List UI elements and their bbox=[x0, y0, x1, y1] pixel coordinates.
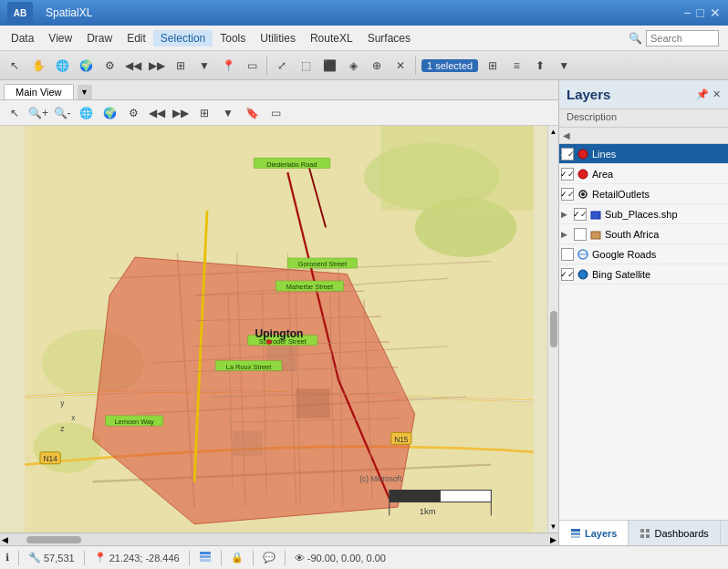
menu-utilities[interactable]: Utilities bbox=[253, 30, 303, 47]
tool-table[interactable]: ⊞ bbox=[482, 55, 504, 77]
extent-value: -90.00, 0.00, 0.00 bbox=[307, 553, 386, 564]
map-globe[interactable]: 🌐 bbox=[75, 102, 97, 124]
hscroll-left[interactable]: ◀ bbox=[2, 535, 8, 544]
minimize-button[interactable]: − bbox=[683, 5, 691, 20]
layer-check-lines[interactable]: ✓ bbox=[561, 148, 574, 160]
tool-select1[interactable]: ⬚ bbox=[295, 55, 317, 77]
svg-text:Diederlabs Road: Diederlabs Road bbox=[266, 160, 317, 169]
southafrica-expand[interactable]: ▶ bbox=[561, 230, 572, 239]
menu-data[interactable]: Data bbox=[4, 30, 41, 47]
tool-select2[interactable]: ⬛ bbox=[318, 55, 340, 77]
layers-tab[interactable]: Layers bbox=[559, 521, 629, 545]
tool-select3[interactable]: ◈ bbox=[342, 55, 364, 77]
tool-back[interactable]: ◀◀ bbox=[122, 55, 144, 77]
tool-stats[interactable]: ≡ bbox=[505, 55, 527, 77]
tool-panel[interactable]: ▭ bbox=[241, 55, 263, 77]
layer-name-subplaces: Sub_Places.shp bbox=[605, 209, 726, 220]
map-container[interactable]: 1km (c) Microsoft Diederlabs Road Gorone… bbox=[0, 126, 558, 533]
svg-rect-69 bbox=[200, 552, 211, 554]
menu-routexl[interactable]: RouteXL bbox=[303, 30, 360, 47]
svg-point-45 bbox=[266, 339, 272, 345]
layer-item-subplaces[interactable]: ▶ ✓ Sub_Places.shp bbox=[559, 204, 728, 224]
menu-selection[interactable]: Selection bbox=[153, 30, 213, 47]
maximize-button[interactable]: □ bbox=[697, 5, 704, 20]
svg-text:Upington: Upington bbox=[255, 327, 304, 340]
layer-check-googleroads[interactable] bbox=[561, 248, 574, 261]
search-input[interactable] bbox=[646, 30, 719, 47]
tool-dropdown[interactable]: ▼ bbox=[193, 55, 215, 77]
svg-rect-68 bbox=[646, 534, 650, 538]
map-next[interactable]: ▶▶ bbox=[170, 102, 192, 124]
svg-rect-58 bbox=[591, 232, 600, 239]
menu-draw[interactable]: Draw bbox=[79, 30, 120, 47]
hscroll-thumb[interactable] bbox=[26, 536, 81, 543]
svg-text:N15: N15 bbox=[394, 435, 409, 444]
svg-text:Goronerd Street: Goronerd Street bbox=[298, 260, 347, 268]
map-grid[interactable]: ⊞ bbox=[193, 102, 215, 124]
tab-close[interactable]: ▼ bbox=[78, 85, 92, 99]
layer-item-googleroads[interactable]: Google Roads bbox=[559, 244, 728, 264]
svg-text:1km: 1km bbox=[420, 507, 436, 516]
tool-hand[interactable]: ✋ bbox=[27, 55, 49, 77]
layer-check-area[interactable]: ✓ bbox=[561, 168, 574, 181]
map-style[interactable]: ▼ bbox=[217, 102, 239, 124]
layer-icon-area bbox=[576, 167, 590, 181]
zoom-icon: 🔧 bbox=[28, 552, 41, 564]
tool-forward[interactable]: ▶▶ bbox=[146, 55, 168, 77]
layer-check-subplaces[interactable]: ✓ bbox=[574, 208, 587, 221]
subplaces-expand[interactable]: ▶ bbox=[561, 210, 572, 219]
map-hscroll[interactable]: ◀ ▶ bbox=[0, 533, 558, 545]
tool-pin[interactable]: 📍 bbox=[217, 55, 239, 77]
main-view-tab[interactable]: Main View bbox=[4, 84, 74, 99]
layer-check-bingsatellite[interactable]: ✓ bbox=[561, 268, 574, 281]
close-button[interactable]: ✕ bbox=[710, 5, 721, 20]
scroll-down[interactable]: ▼ bbox=[548, 521, 558, 533]
layer-item-southafrica[interactable]: ▶ South Africa bbox=[559, 224, 728, 244]
map-panel-btn[interactable]: ▭ bbox=[265, 102, 286, 124]
menu-view[interactable]: View bbox=[41, 30, 79, 47]
svg-rect-57 bbox=[591, 212, 600, 219]
tool-clear[interactable]: ✕ bbox=[390, 55, 411, 77]
status-bar: ℹ 🔧 57,531 📍 21.243; -28.446 🔒 💬 👁 -90.0… bbox=[0, 545, 728, 569]
layers-close-icon[interactable]: ✕ bbox=[712, 88, 721, 100]
map-select-tool[interactable]: ↖ bbox=[4, 102, 26, 124]
tool-globe[interactable]: 🌐 bbox=[51, 55, 73, 77]
tool-export[interactable]: ⬆ bbox=[529, 55, 551, 77]
dashboards-tab[interactable]: Dashboards bbox=[629, 521, 720, 545]
tool-select4[interactable]: ⊕ bbox=[366, 55, 388, 77]
layers-column-header: Description bbox=[559, 109, 728, 128]
svg-rect-71 bbox=[200, 559, 211, 562]
expand-icon: ◀ bbox=[563, 130, 570, 140]
map-zoom-out[interactable]: 🔍- bbox=[51, 102, 73, 124]
title-bar: AB SpatialXL − □ ✕ bbox=[0, 0, 728, 26]
tool-grid[interactable]: ⊞ bbox=[170, 55, 192, 77]
menu-edit[interactable]: Edit bbox=[120, 30, 153, 47]
layers-expand-row[interactable]: ◀ bbox=[559, 128, 728, 144]
tool-more[interactable]: ▼ bbox=[553, 55, 575, 77]
menu-surfaces[interactable]: Surfaces bbox=[360, 30, 418, 47]
layer-check-retailoutlets[interactable]: ✓ bbox=[561, 188, 574, 201]
layer-name-googleroads: Google Roads bbox=[592, 249, 726, 260]
map-bookmark[interactable]: 🔖 bbox=[241, 102, 263, 124]
tool-globe2[interactable]: 🌍 bbox=[75, 55, 97, 77]
menu-tools[interactable]: Tools bbox=[213, 30, 253, 47]
map-zoom-in[interactable]: 🔍+ bbox=[27, 102, 49, 124]
layer-check-southafrica[interactable] bbox=[574, 228, 587, 241]
map-globe-zoom[interactable]: 🌍 bbox=[99, 102, 120, 124]
tool-cursor[interactable]: ⤢ bbox=[271, 55, 293, 77]
svg-rect-63 bbox=[571, 533, 580, 535]
hscroll-right[interactable]: ▶ bbox=[550, 535, 556, 544]
coord-icon: 📍 bbox=[94, 552, 107, 564]
map-settings[interactable]: ⚙ bbox=[122, 102, 144, 124]
layer-item-lines[interactable]: ✓ Lines bbox=[559, 144, 728, 164]
map-vscroll[interactable]: ▲ ▼ bbox=[547, 126, 558, 533]
layers-pin-icon[interactable]: 📌 bbox=[696, 88, 709, 100]
scroll-thumb[interactable] bbox=[550, 311, 557, 347]
scroll-up[interactable]: ▲ bbox=[548, 126, 558, 138]
layer-item-area[interactable]: ✓ Area bbox=[559, 164, 728, 184]
layer-item-bingsatellite[interactable]: ✓ Bing Satellite bbox=[559, 264, 728, 284]
tool-settings[interactable]: ⚙ bbox=[99, 55, 120, 77]
map-prev[interactable]: ◀◀ bbox=[146, 102, 168, 124]
layer-item-retailoutlets[interactable]: ✓ RetailOutlets bbox=[559, 184, 728, 204]
tool-arrow[interactable]: ↖ bbox=[4, 55, 26, 77]
